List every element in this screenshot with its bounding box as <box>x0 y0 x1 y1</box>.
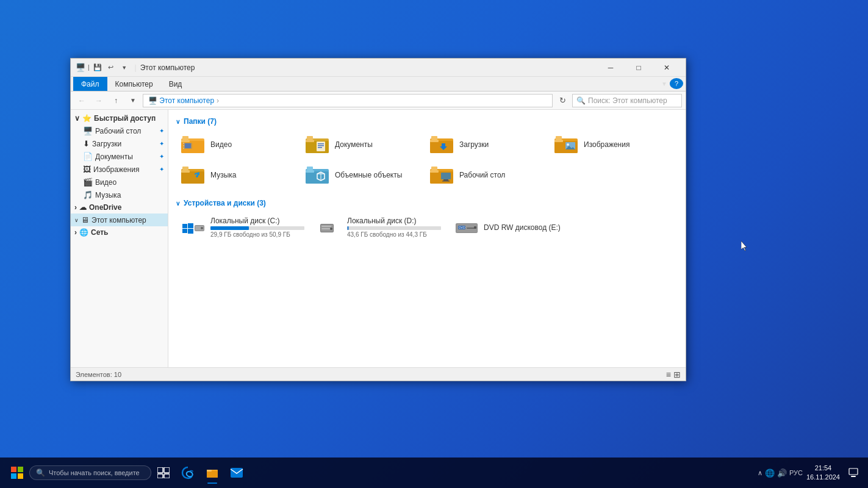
view-list-btn[interactable]: ≡ <box>666 370 671 379</box>
folders-grid: Видео <box>176 131 678 189</box>
close-button[interactable]: ✕ <box>653 59 681 77</box>
tray-chevron-icon[interactable]: ∧ <box>758 469 762 477</box>
svg-rect-24 <box>554 140 563 142</box>
disk-item-dvd[interactable]: DVD DVD RW дисковод (E:) <box>449 212 583 242</box>
svg-rect-20 <box>431 136 437 140</box>
tray-lang-label[interactable]: РУС <box>789 469 803 476</box>
chevron-network-icon: › <box>74 228 77 237</box>
sidebar-onedrive-header[interactable]: › ☁ OneDrive <box>71 201 168 214</box>
star-icon: ⭐ <box>82 114 91 123</box>
help-button[interactable]: ? <box>670 78 683 89</box>
tab-view[interactable]: Вид <box>161 77 190 91</box>
explorer-button[interactable] <box>200 461 224 485</box>
svg-rect-46 <box>442 181 450 182</box>
svg-rect-49 <box>182 229 187 233</box>
svg-rect-35 <box>306 170 314 173</box>
sidebar-item-music[interactable]: 🎵 Музыка <box>71 188 168 201</box>
disk-d-icon <box>318 218 342 237</box>
disk-c-bar <box>210 226 249 230</box>
folder-desktop-icon <box>430 165 454 185</box>
folder-item-downloads[interactable]: Загрузки <box>425 131 547 159</box>
search-box[interactable]: 🔍 Поиск: Этот компьютер <box>572 94 682 107</box>
folder-item-images[interactable]: Изображения <box>549 131 671 159</box>
sidebar-item-documents[interactable]: 📄 Документы ✦ <box>71 150 168 163</box>
save-quick-btn[interactable]: 💾 <box>91 62 104 74</box>
svg-rect-31 <box>181 170 190 173</box>
svg-rect-15 <box>318 145 324 146</box>
tray-clock[interactable]: 21:54 16.11.2024 <box>806 464 840 483</box>
svg-rect-7 <box>183 145 184 146</box>
sidebar-item-video[interactable]: 🎬 Видео <box>71 176 168 188</box>
taskview-button[interactable] <box>151 461 176 485</box>
downloads-icon: ⬇ <box>83 139 90 148</box>
tab-file[interactable]: Файл <box>73 77 107 91</box>
up-button[interactable]: ↑ <box>109 93 123 108</box>
sidebar-thispc-label: Этот компьютер <box>91 216 164 224</box>
sidebar-item-desktop[interactable]: 🖥️ Рабочий стол ✦ <box>71 124 168 137</box>
svg-rect-68 <box>18 473 23 479</box>
sidebar-video-label: Видео <box>95 178 164 187</box>
mail-button[interactable] <box>224 461 249 485</box>
svg-rect-19 <box>430 140 439 142</box>
svg-rect-8 <box>183 148 184 149</box>
window-controls: ─ □ ✕ <box>597 59 681 77</box>
svg-rect-48 <box>188 223 193 228</box>
disk-item-c[interactable]: Локальный диск (C:) 29,9 ГБ свободно из … <box>176 212 310 242</box>
address-path-display[interactable]: 🖥️ Этот компьютер › <box>143 94 553 107</box>
start-button[interactable] <box>5 461 29 485</box>
recent-locations-button[interactable]: ▼ <box>126 93 140 108</box>
folder-item-music[interactable]: Музыка <box>176 161 298 189</box>
tab-computer[interactable]: Компьютер <box>107 77 161 91</box>
folder-video-name: Видео <box>210 140 232 149</box>
edge-button[interactable] <box>176 461 200 485</box>
maximize-button[interactable]: □ <box>625 59 653 77</box>
sidebar-downloads-label: Загрузки <box>92 140 157 148</box>
pin-badge-3: ✦ <box>159 153 164 160</box>
path-segment-thispc[interactable]: 🖥️ Этот компьютер <box>148 96 214 105</box>
sidebar-item-thispc[interactable]: ∨ 🖥 Этот компьютер <box>71 214 168 226</box>
refresh-button[interactable]: ↻ <box>555 93 570 108</box>
folder-item-3d[interactable]: Объемные объекты <box>300 161 422 189</box>
folder-item-video[interactable]: Видео <box>176 131 298 159</box>
quick-access-down[interactable]: ▼ <box>118 62 131 74</box>
disk-item-d[interactable]: Локальный диск (D:) 43,6 ГБ свободно из … <box>312 212 447 242</box>
images-icon: 🖼 <box>83 165 91 174</box>
disk-dvd-icon: DVD <box>454 218 479 237</box>
taskbar-search[interactable]: 🔍 Чтобы начать поиск, введите <box>29 465 151 480</box>
disk-d-name: Локальный диск (D:) <box>347 217 441 225</box>
titlebar: 🖥️ | 💾 ↩ ▼ | Этот компьютер ─ □ ✕ <box>71 59 686 77</box>
svg-rect-42 <box>430 170 439 173</box>
sidebar-quickaccess-header[interactable]: ∨ ⭐ Быстрый доступ <box>71 112 168 124</box>
folder-item-desktop[interactable]: Рабочий стол <box>425 161 547 189</box>
taskbar: 🔍 Чтобы начать поиск, введите <box>0 458 868 488</box>
view-grid-btn[interactable]: ⊞ <box>673 370 681 379</box>
svg-rect-30 <box>181 171 204 184</box>
taskbar-search-icon: 🔍 <box>36 468 45 477</box>
svg-text:DVD: DVD <box>459 226 465 229</box>
disk-c-name: Локальный диск (C:) <box>210 217 304 225</box>
undo-quick-btn[interactable]: ↩ <box>104 62 118 74</box>
pin-badge-2: ✦ <box>159 140 164 147</box>
video-icon: 🎬 <box>83 178 93 187</box>
svg-point-53 <box>201 227 203 229</box>
items-count: Элементов: 10 <box>76 371 121 378</box>
disk-d-size: 43,6 ГБ свободно из 44,3 ГБ <box>347 231 441 238</box>
sidebar-item-downloads[interactable]: ⬇ Загрузки ✦ <box>71 137 168 150</box>
folder-item-docs[interactable]: Документы <box>300 131 422 159</box>
taskbar-search-placeholder: Чтобы начать поиск, введите <box>49 469 140 476</box>
svg-rect-78 <box>851 476 856 477</box>
main-area: ∨ ⭐ Быстрый доступ 🖥️ Рабочий стол ✦ ⬇ З… <box>71 110 686 367</box>
forward-button[interactable]: → <box>91 93 106 108</box>
sidebar-documents-label: Документы <box>95 152 157 161</box>
sidebar-item-images[interactable]: 🖼 Изображения ✦ <box>71 163 168 176</box>
folders-section-header[interactable]: Папки (7) <box>176 117 678 126</box>
sidebar-network-header[interactable]: › 🌐 Сеть <box>71 226 168 239</box>
disk-d-info: Локальный диск (D:) 43,6 ГБ свободно из … <box>347 217 441 238</box>
back-button[interactable]: ← <box>74 93 89 108</box>
devices-section-header[interactable]: Устройства и диски (3) <box>176 199 678 207</box>
folder-music-name: Музыка <box>210 171 236 179</box>
minimize-button[interactable]: ─ <box>597 59 625 77</box>
svg-rect-13 <box>317 142 325 151</box>
svg-rect-65 <box>11 467 16 472</box>
notification-button[interactable] <box>844 461 863 485</box>
